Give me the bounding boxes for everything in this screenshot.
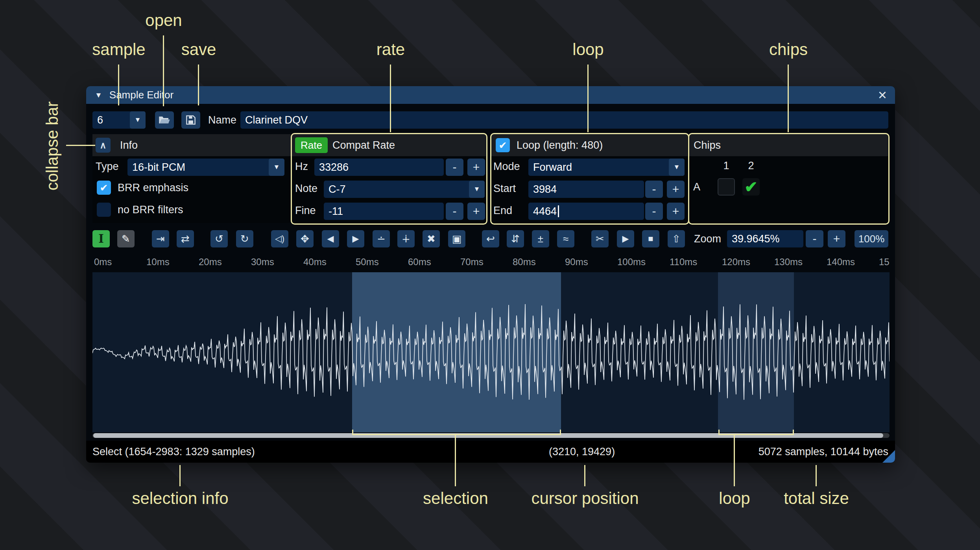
toolbar-button-normalize[interactable]: ✥	[296, 230, 314, 247]
chevron-down-icon[interactable]: ▼	[469, 181, 485, 198]
name-input[interactable]: Clarinet DQV	[240, 111, 888, 129]
toolbar-button-fade-out[interactable]: ▶	[347, 230, 364, 247]
save-floppy-icon	[186, 115, 196, 125]
chevron-down-icon[interactable]: ▼	[130, 111, 146, 129]
ruler-label: 10ms	[146, 257, 170, 268]
toolbar-button-fade-in[interactable]: ◀	[322, 230, 339, 247]
fine-decrement-button[interactable]: -	[446, 203, 463, 220]
titlebar[interactable]: ▼ Sample Editor ✕	[86, 86, 895, 104]
open-button[interactable]	[155, 111, 174, 129]
hz-label: Hz	[295, 158, 308, 175]
annotation-line-selection	[455, 435, 456, 486]
zoom-value: 39.9645%	[732, 233, 780, 245]
loop-start-input[interactable]: 3984	[528, 181, 644, 198]
rate-panel-header: Rate Compat Rate	[292, 134, 486, 156]
annotation-line-total-size	[816, 465, 817, 486]
toolbar-button-reverse[interactable]: ↩	[482, 230, 499, 247]
toolbar-button-undo[interactable]: ↺	[210, 230, 228, 247]
hz-decrement-button[interactable]: -	[446, 159, 463, 176]
loop-end-increment-button[interactable]: +	[667, 203, 685, 220]
loop-end-input[interactable]: 4464	[528, 203, 644, 220]
type-label: Type	[96, 158, 119, 175]
annotation-selection: selection	[423, 489, 488, 508]
toolbar-button-insert-silence[interactable]: ∸	[373, 230, 390, 247]
close-icon[interactable]: ✕	[878, 89, 887, 102]
fine-increment-button[interactable]: +	[467, 203, 485, 220]
toolbar-button-sign-exchange[interactable]: ±	[532, 230, 549, 247]
loop-header-label: Loop (length: 480)	[517, 139, 603, 151]
loop-mode-select[interactable]: Forward ▼	[528, 159, 685, 176]
ruler-label: 50ms	[356, 257, 379, 268]
ruler-label: 150ms	[879, 257, 890, 268]
annotation-line-sample	[118, 65, 119, 105]
toolbar-button-invert[interactable]: ⇵	[507, 230, 524, 247]
note-select[interactable]: C-7 ▼	[324, 181, 485, 198]
loop-enable-checkbox[interactable]: ✔	[496, 138, 510, 152]
chevron-down-icon[interactable]: ▼	[669, 159, 685, 176]
loop-annotation-bracket	[718, 430, 794, 435]
no-brr-filters-label: no BRR filters	[118, 201, 183, 218]
toolbar-button-filter[interactable]: ≈	[557, 230, 574, 247]
chip-1-checkbox[interactable]	[718, 178, 735, 196]
zoom-input[interactable]: 39.9645%	[727, 230, 803, 247]
toolbar-button-trim[interactable]: ▣	[448, 230, 465, 247]
save-button[interactable]	[181, 111, 200, 129]
hz-increment-button[interactable]: +	[467, 159, 485, 176]
rate-badge-button[interactable]: Rate	[295, 137, 328, 153]
loop-panel: ✔ Loop (length: 480) Mode Forward ▼ Star…	[491, 134, 688, 223]
sample-editor-window: ▼ Sample Editor ✕ 6 ▼ Name Clarinet DQV	[86, 86, 895, 463]
toolbar-button-delete[interactable]: ✖	[423, 230, 440, 247]
chips-col-2-label: 2	[742, 157, 760, 174]
toolbar-button-amplify[interactable]: ◁)	[271, 230, 288, 247]
sample-number-select[interactable]: 6 ▼	[92, 111, 146, 129]
zoom-label: Zoom	[694, 230, 721, 247]
chevron-down-icon[interactable]: ▼	[269, 159, 284, 176]
toolbar-button-edit-draw[interactable]: ✎	[117, 230, 135, 247]
info-panel-header: ∧ Info	[92, 134, 291, 156]
zoom-in-button[interactable]: +	[828, 230, 845, 247]
loop-end-value: 4464	[533, 205, 557, 218]
toolbar-button-resample[interactable]: ⇄	[177, 230, 194, 247]
chips-panel-header: Chips	[689, 134, 888, 156]
loop-end-label: End	[493, 202, 512, 219]
chip-2-checkbox[interactable]: ✔	[742, 178, 760, 196]
annotation-chips: chips	[769, 40, 808, 59]
no-brr-filters-checkbox[interactable]	[97, 203, 111, 217]
loop-start-increment-button[interactable]: +	[667, 181, 685, 198]
window-resize-grip[interactable]	[882, 450, 895, 463]
fine-label: Fine	[295, 202, 316, 219]
collapse-bar-button[interactable]: ∧	[96, 138, 111, 153]
toolbar-button-cut[interactable]: ✂	[591, 230, 609, 247]
toolbar-button-edit-select[interactable]: I	[92, 230, 110, 247]
ruler-label: 0ms	[94, 257, 112, 268]
note-label: Note	[295, 180, 317, 197]
text-caret	[558, 205, 559, 217]
window-collapse-icon[interactable]: ▼	[95, 91, 102, 100]
toolbar-button-preview[interactable]: ▶	[617, 230, 634, 247]
time-ruler: 0ms 10ms 20ms 30ms 40ms 50ms 60ms 70ms 8…	[92, 255, 890, 271]
waveform-view[interactable]	[92, 272, 890, 432]
chips-row-a-label: A	[693, 178, 700, 196]
loop-end-decrement-button[interactable]: -	[645, 203, 663, 220]
toolbar-button-stop[interactable]: ■	[642, 230, 659, 247]
rate-header-label: Compat Rate	[332, 139, 395, 151]
toolbar-button-create-instrument[interactable]: ⇧	[668, 230, 685, 247]
toolbar-button-redo[interactable]: ↻	[236, 230, 253, 247]
zoom-reset-button[interactable]: 100%	[855, 230, 888, 247]
fine-input[interactable]: -11	[324, 203, 444, 220]
loop-start-label: Start	[493, 180, 516, 197]
page-background: ▼ Sample Editor ✕ 6 ▼ Name Clarinet DQV	[0, 0, 980, 550]
ruler-label: 30ms	[251, 257, 274, 268]
brr-emphasis-checkbox[interactable]: ✔	[97, 181, 111, 195]
status-bar: Select (1654-2983: 1329 samples) (3210, …	[86, 441, 895, 463]
toolbar-button-resize[interactable]: ⇥	[152, 230, 169, 247]
type-select[interactable]: 16-bit PCM ▼	[127, 159, 284, 176]
loop-start-decrement-button[interactable]: -	[645, 181, 663, 198]
hz-input[interactable]: 33286	[314, 159, 444, 176]
toolbar-button-apply-silence[interactable]: ∔	[397, 230, 415, 247]
ruler-label: 20ms	[199, 257, 222, 268]
loop-start-value: 3984	[533, 183, 557, 196]
zoom-out-button[interactable]: -	[806, 230, 823, 247]
mode-label: Mode	[493, 158, 520, 175]
chips-col-1-label: 1	[718, 157, 735, 174]
